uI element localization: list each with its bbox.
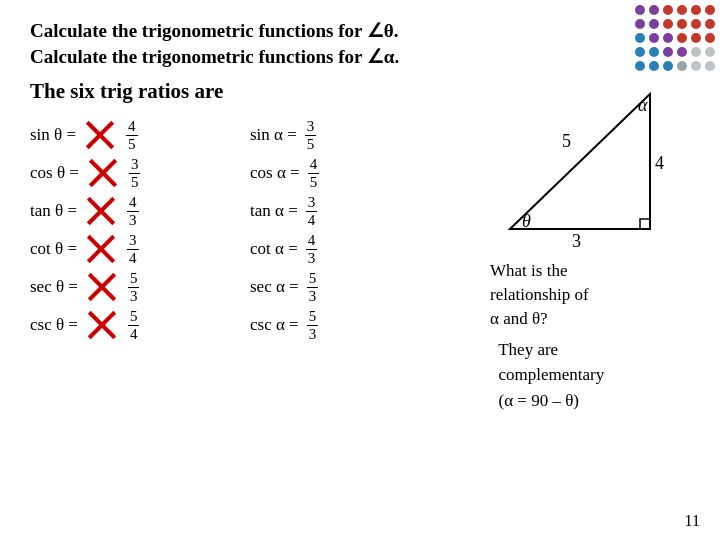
- sec-theta-row: sec θ = 5 3: [30, 268, 250, 306]
- cot-alpha-row: cot α = 4 3: [250, 230, 470, 268]
- cot-theta-label: cot θ =: [30, 239, 77, 259]
- svg-point-13: [649, 33, 659, 43]
- svg-point-2: [663, 5, 673, 15]
- sin-theta-cross: [84, 119, 116, 151]
- svg-point-9: [677, 19, 687, 29]
- svg-point-28: [691, 61, 701, 71]
- cos-theta-row: cos θ = 3 5: [30, 154, 250, 192]
- content-area: The six trig ratios are sin θ = 4 5: [30, 79, 690, 413]
- svg-point-24: [635, 61, 645, 71]
- answer-indent: [490, 340, 498, 359]
- sin-theta-row: sin θ = 4 5: [30, 116, 250, 154]
- svg-point-14: [663, 33, 673, 43]
- sec-alpha-label: sec α =: [250, 277, 299, 297]
- tan-alpha-label: tan α =: [250, 201, 298, 221]
- question-line2: relationship of: [490, 285, 589, 304]
- answer-line2: complementary: [499, 365, 605, 384]
- svg-point-15: [677, 33, 687, 43]
- csc-alpha-row: csc α = 5 3: [250, 306, 470, 344]
- svg-point-17: [705, 33, 715, 43]
- svg-point-6: [635, 19, 645, 29]
- svg-point-27: [677, 61, 687, 71]
- cot-alpha-frac: 4 3: [306, 233, 318, 266]
- svg-point-10: [691, 19, 701, 29]
- cot-theta-frac: 3 4: [127, 233, 139, 266]
- tan-alpha-frac: 3 4: [306, 195, 318, 228]
- cot-alpha-label: cot α =: [250, 239, 298, 259]
- svg-text:5: 5: [562, 131, 571, 151]
- cos-theta-frac: 3 5: [129, 157, 141, 190]
- tan-theta-cross: [85, 195, 117, 227]
- svg-point-8: [663, 19, 673, 29]
- cot-theta-row: cot θ = 3 4: [30, 230, 250, 268]
- svg-point-23: [705, 47, 715, 57]
- question-line3: α and θ?: [490, 309, 548, 328]
- page: Calculate the trigonometric functions fo…: [0, 0, 720, 540]
- svg-point-21: [677, 47, 687, 57]
- csc-alpha-label: csc α =: [250, 315, 299, 335]
- sec-alpha-row: sec α = 5 3: [250, 268, 470, 306]
- svg-point-19: [649, 47, 659, 57]
- triangle-svg: α θ 5 4 3: [490, 79, 700, 249]
- cos-alpha-row: cos α = 4 5: [250, 154, 470, 192]
- sec-theta-cross: [86, 271, 118, 303]
- svg-point-16: [691, 33, 701, 43]
- right-column: α θ 5 4 3 What is the relationship of α …: [490, 79, 700, 413]
- svg-marker-30: [510, 94, 650, 229]
- csc-theta-label: csc θ =: [30, 315, 78, 335]
- theta-column: sin θ = 4 5 cos θ = 3 5: [30, 116, 250, 344]
- sin-theta-label: sin θ =: [30, 125, 76, 145]
- svg-point-12: [635, 33, 645, 43]
- header-line2: Calculate the trigonometric functions fo…: [30, 44, 690, 70]
- sin-alpha-label: sin α =: [250, 125, 297, 145]
- svg-point-18: [635, 47, 645, 57]
- svg-point-3: [677, 5, 687, 15]
- csc-theta-row: csc θ = 5 4: [30, 306, 250, 344]
- six-trig-title: The six trig ratios are: [30, 79, 490, 104]
- answer-indent3: [490, 391, 499, 410]
- tan-theta-row: tan θ = 4 3: [30, 192, 250, 230]
- svg-text:3: 3: [572, 231, 581, 249]
- sin-alpha-frac: 3 5: [305, 119, 317, 152]
- tan-theta-label: tan θ =: [30, 201, 77, 221]
- tan-theta-frac: 4 3: [127, 195, 139, 228]
- header-text: Calculate the trigonometric functions fo…: [30, 18, 690, 69]
- svg-text:4: 4: [655, 153, 664, 173]
- svg-point-25: [649, 61, 659, 71]
- decorative-dots: [630, 0, 720, 80]
- cot-theta-cross: [85, 233, 117, 265]
- sin-alpha-row: sin α = 3 5: [250, 116, 470, 154]
- csc-theta-cross: [86, 309, 118, 341]
- answer-text: They are complementary (α = 90 – θ): [490, 337, 700, 414]
- svg-point-26: [663, 61, 673, 71]
- svg-point-0: [635, 5, 645, 15]
- svg-point-7: [649, 19, 659, 29]
- left-column: The six trig ratios are sin θ = 4 5: [30, 79, 490, 413]
- sec-theta-label: sec θ =: [30, 277, 78, 297]
- cos-theta-cross: [87, 157, 119, 189]
- svg-point-22: [691, 47, 701, 57]
- header-line1: Calculate the trigonometric functions fo…: [30, 18, 690, 44]
- svg-point-5: [705, 5, 715, 15]
- alpha-column: sin α = 3 5 cos α = 4 5: [250, 116, 470, 344]
- question-line1: What is the: [490, 261, 567, 280]
- cos-alpha-frac: 4 5: [308, 157, 320, 190]
- svg-point-29: [705, 61, 715, 71]
- svg-point-11: [705, 19, 715, 29]
- answer-line1: They are: [498, 340, 558, 359]
- sin-theta-frac: 4 5: [126, 119, 138, 152]
- question-text: What is the relationship of α and θ?: [490, 259, 700, 330]
- answer-line3: (α = 90 – θ): [499, 391, 579, 410]
- svg-point-20: [663, 47, 673, 57]
- tan-alpha-row: tan α = 3 4: [250, 192, 470, 230]
- page-number: 11: [685, 512, 700, 530]
- csc-theta-frac: 5 4: [128, 309, 140, 342]
- svg-point-4: [691, 5, 701, 15]
- cos-theta-label: cos θ =: [30, 163, 79, 183]
- sec-theta-frac: 5 3: [128, 271, 140, 304]
- answer-indent2: [490, 365, 499, 384]
- cos-alpha-label: cos α =: [250, 163, 300, 183]
- sec-alpha-frac: 5 3: [307, 271, 319, 304]
- info-box: What is the relationship of α and θ? The…: [490, 259, 700, 413]
- csc-alpha-frac: 5 3: [307, 309, 319, 342]
